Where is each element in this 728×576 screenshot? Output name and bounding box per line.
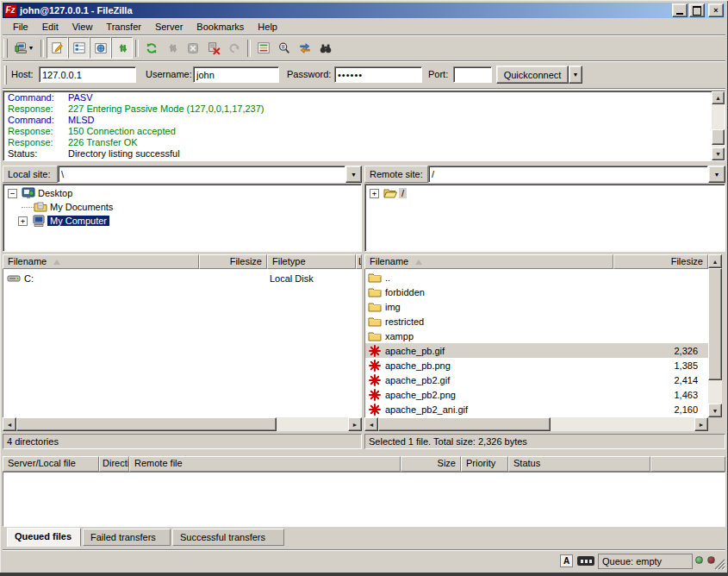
process-queue-button[interactable] bbox=[162, 38, 183, 59]
expand-icon[interactable]: + bbox=[370, 189, 379, 198]
menu-view[interactable]: View bbox=[65, 20, 100, 34]
menu-edit[interactable]: Edit bbox=[35, 20, 65, 34]
transfer-type-ascii-icon[interactable]: A bbox=[560, 554, 573, 567]
collapse-icon[interactable]: − bbox=[8, 189, 17, 198]
local-file-row-c-drive[interactable]: C: Local Disk bbox=[3, 271, 361, 285]
menu-help[interactable]: Help bbox=[251, 20, 284, 34]
tree-item-my-documents[interactable]: My Documents bbox=[8, 200, 113, 214]
quickconnect-button[interactable]: Quickconnect bbox=[496, 66, 569, 84]
remote-column-filesize[interactable]: Filesize bbox=[613, 254, 708, 269]
synchronized-browsing-button[interactable] bbox=[295, 38, 315, 59]
menu-file[interactable]: File bbox=[6, 20, 35, 34]
remote-row-folder[interactable]: forbidden bbox=[365, 285, 708, 299]
queue-view-icon bbox=[115, 41, 129, 55]
scroll-up-button[interactable]: ▲ bbox=[708, 254, 722, 268]
queue-column-remote-file[interactable]: Remote file bbox=[129, 456, 401, 472]
quickconnect-dropdown-button[interactable]: ▼ bbox=[569, 66, 582, 84]
hscrollbar-thumb[interactable] bbox=[16, 417, 277, 431]
scroll-left-button[interactable]: ◄ bbox=[364, 417, 378, 431]
encryption-indicator-icon[interactable] bbox=[577, 556, 594, 566]
remote-row-file-selected[interactable]: apache_pb.gif 2,326 bbox=[365, 343, 708, 358]
remote-row-folder[interactable]: restricted bbox=[365, 314, 708, 329]
message-log[interactable]: Command:PASV Response:227 Entering Passi… bbox=[3, 91, 725, 161]
local-site-dropdown-button[interactable]: ▼ bbox=[345, 166, 362, 183]
refresh-button[interactable] bbox=[141, 38, 162, 59]
local-file-list[interactable]: C: Local Disk bbox=[3, 269, 362, 417]
filter-button[interactable] bbox=[253, 38, 274, 59]
site-manager-button[interactable]: ▼ bbox=[10, 38, 38, 59]
local-column-last-modified[interactable]: L bbox=[356, 254, 362, 269]
tab-successful-transfers[interactable]: Successful transfers bbox=[172, 529, 284, 546]
remote-scrollbar-thumb[interactable] bbox=[708, 268, 722, 380]
minimize-button[interactable] bbox=[672, 3, 688, 17]
remote-file-list[interactable]: .. forbidden img restricted xampp apache… bbox=[364, 269, 708, 417]
log-label: Status: bbox=[3, 148, 68, 160]
remote-row-parent-dir[interactable]: .. bbox=[365, 270, 708, 285]
remote-tree[interactable]: + / bbox=[364, 184, 725, 252]
toggle-message-log-button[interactable] bbox=[47, 37, 68, 59]
menu-bookmarks[interactable]: Bookmarks bbox=[190, 20, 251, 34]
toggle-local-tree-button[interactable] bbox=[68, 37, 90, 59]
log-scrollbar-thumb[interactable] bbox=[712, 129, 725, 145]
port-input[interactable] bbox=[453, 66, 492, 83]
tree-item-my-computer[interactable]: + My Computer bbox=[8, 214, 109, 228]
remote-row-folder[interactable]: xampp bbox=[365, 329, 708, 343]
local-site-input[interactable] bbox=[58, 166, 345, 183]
queue-column-priority[interactable]: Priority bbox=[461, 456, 508, 472]
toggle-queue-button[interactable] bbox=[111, 37, 133, 59]
local-list-hscrollbar[interactable]: ◄ ► bbox=[3, 417, 362, 431]
directory-comparison-button[interactable] bbox=[274, 38, 295, 59]
scroll-up-button[interactable]: ▲ bbox=[712, 91, 725, 104]
remote-row-file[interactable]: apache_pb2.png 1,463 bbox=[365, 387, 708, 402]
expand-icon[interactable]: + bbox=[18, 216, 28, 226]
toolbar-grip[interactable] bbox=[3, 39, 8, 58]
queue-list[interactable] bbox=[3, 472, 725, 527]
remote-row-folder[interactable]: img bbox=[365, 299, 708, 314]
queue-column-size[interactable]: Size bbox=[401, 456, 461, 472]
remote-list-scrollbar[interactable]: ▲ ▼ bbox=[708, 254, 722, 417]
cancel-button[interactable] bbox=[183, 38, 203, 59]
quickconnect-grip[interactable] bbox=[4, 66, 7, 85]
maximize-button[interactable] bbox=[689, 3, 705, 17]
tree-item-root[interactable]: + / bbox=[370, 186, 407, 200]
remote-row-file[interactable]: apache_pb.png 1,385 bbox=[365, 358, 708, 373]
scroll-left-button[interactable]: ◄ bbox=[3, 417, 16, 431]
queue-column-status[interactable]: Status bbox=[508, 456, 650, 472]
scroll-right-button[interactable]: ► bbox=[348, 417, 362, 431]
remote-list-hscrollbar[interactable]: ◄ ► bbox=[364, 417, 708, 431]
site-manager-dropdown-icon[interactable]: ▼ bbox=[28, 45, 34, 51]
tab-failed-transfers[interactable]: Failed transfers bbox=[83, 529, 171, 546]
remote-site-dropdown-button[interactable]: ▼ bbox=[708, 166, 725, 183]
find-files-button[interactable] bbox=[315, 38, 336, 59]
local-column-filename[interactable]: Filename bbox=[3, 254, 199, 269]
remote-row-file[interactable]: apache_pb2.gif 2,414 bbox=[365, 373, 708, 387]
image-file-icon bbox=[368, 373, 382, 387]
title-bar[interactable]: Fz john@127.0.0.1 - FileZilla × bbox=[3, 3, 725, 18]
tab-queued-files[interactable]: Queued files bbox=[7, 528, 81, 547]
password-input[interactable] bbox=[334, 66, 422, 83]
queue-column-direction[interactable]: Directi... bbox=[99, 456, 129, 472]
queue-column-server-local-file[interactable]: Server/Local file bbox=[3, 456, 99, 472]
menu-transfer[interactable]: Transfer bbox=[99, 20, 148, 34]
reconnect-button[interactable] bbox=[224, 38, 245, 59]
local-column-filetype[interactable]: Filetype bbox=[267, 254, 356, 269]
local-column-filesize[interactable]: Filesize bbox=[199, 254, 267, 269]
close-button[interactable]: × bbox=[708, 3, 724, 17]
disconnect-button[interactable] bbox=[203, 38, 224, 59]
hscrollbar-thumb[interactable] bbox=[378, 417, 551, 431]
scroll-down-button[interactable]: ▼ bbox=[708, 404, 722, 417]
host-input[interactable] bbox=[39, 66, 136, 83]
tree-item-desktop[interactable]: − Desktop bbox=[8, 186, 72, 200]
local-tree[interactable]: − Desktop My Documents + bbox=[3, 184, 362, 252]
log-scrollbar[interactable]: ▲ ▼ bbox=[712, 91, 725, 160]
column-label: Remote file bbox=[134, 458, 183, 468]
toggle-remote-tree-button[interactable] bbox=[90, 37, 111, 59]
menu-server[interactable]: Server bbox=[148, 20, 190, 34]
resize-grip[interactable] bbox=[712, 557, 725, 570]
username-input[interactable] bbox=[193, 66, 279, 83]
remote-column-filename[interactable]: Filename bbox=[364, 254, 613, 269]
scroll-right-button[interactable]: ► bbox=[694, 417, 708, 431]
remote-site-input[interactable] bbox=[428, 166, 708, 183]
scroll-down-button[interactable]: ▼ bbox=[712, 147, 725, 160]
remote-row-file[interactable]: apache_pb2_ani.gif 2,160 bbox=[365, 402, 708, 416]
